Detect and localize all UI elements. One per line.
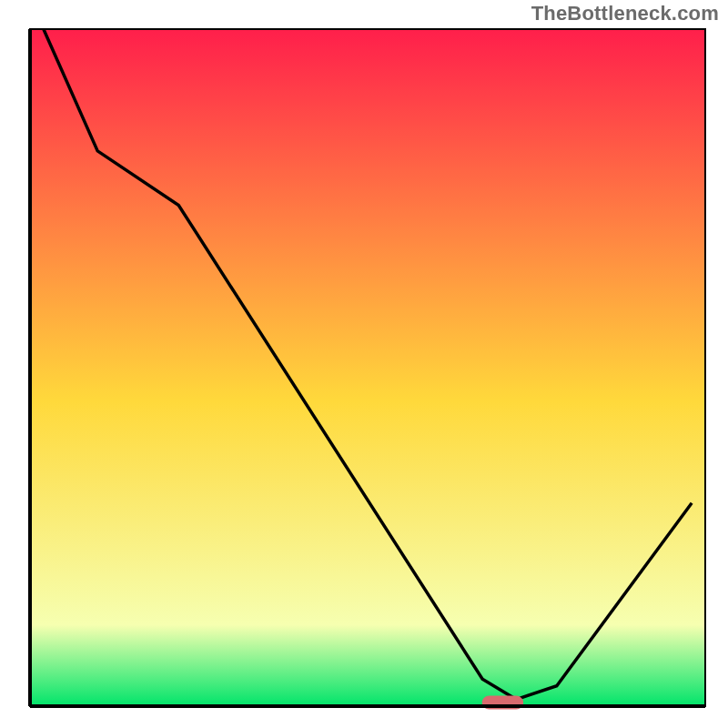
chart-stage: TheBottleneck.com (0, 0, 728, 728)
chart-svg (0, 0, 728, 728)
plot-background (30, 29, 705, 706)
